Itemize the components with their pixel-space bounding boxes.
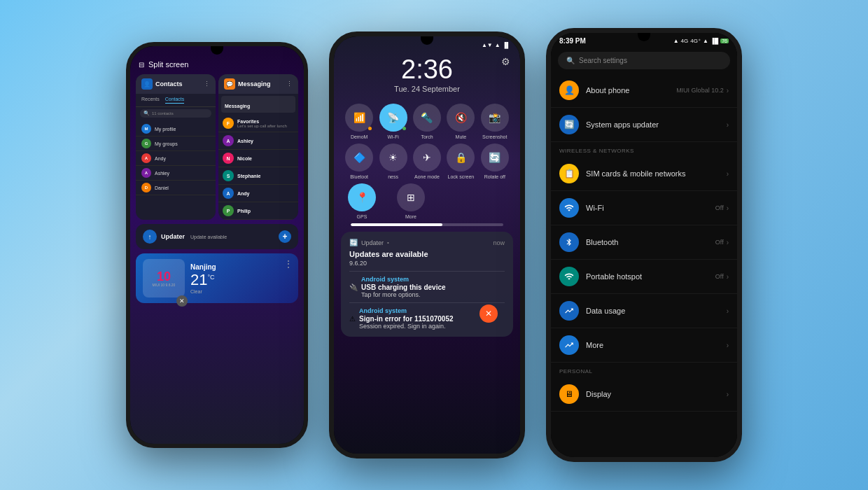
toggle-label: Mute [456, 134, 467, 139]
weather-menu[interactable]: ⋮ [284, 259, 293, 269]
list-item[interactable]: F Favorites Let's set up call after lunc… [218, 115, 298, 132]
search-bar[interactable]: 🔍 Search settings [558, 52, 730, 69]
contacts-title: Contacts [155, 80, 183, 88]
settings-item-bluetooth[interactable]: Bluetooth Off › [551, 225, 737, 260]
toggle-demos[interactable]: 📶 DemoM [345, 104, 373, 139]
toggle-label: Aone mode [414, 174, 440, 179]
lock-icon: 🔒 [455, 152, 467, 163]
section-wireless: WIRELESS & NETWORKS [551, 142, 737, 157]
toggle-label: DemoM [351, 134, 368, 139]
toggle-label: Rotate off [484, 174, 505, 179]
message-sender: Favorites [237, 119, 294, 124]
messaging-menu[interactable]: ⋮ [286, 80, 293, 88]
list-item[interactable]: N Nicole [218, 150, 298, 167]
battery-percent: 76 [720, 38, 729, 43]
updater-bar: ↑ Updater Update available + [136, 224, 298, 249]
toggle-more[interactable]: ⊞ More [397, 183, 425, 219]
bluetooth-value: Off [715, 239, 724, 246]
updater-icon: 🔄 [559, 115, 579, 134]
list-item[interactable]: D Daniel [136, 181, 216, 195]
settings-item-display[interactable]: 🖥 Display › [551, 377, 737, 412]
search-icon: 🔍 [566, 57, 575, 64]
chevron-right-icon: › [727, 87, 729, 94]
contact-name: Daniel [155, 186, 169, 190]
contacts-icon: 👤 [141, 78, 153, 90]
split-screen-icon: ⊟ [139, 61, 144, 69]
toggle-bluetooth[interactable]: 🔷 Bluetoot [345, 144, 373, 179]
message-sender: Andy [237, 191, 294, 196]
contacts-app: 👤 Contacts ⋮ Recents Contacts 🔍 11 conta… [136, 74, 216, 220]
phone-settings: 8:39 PM ▲ 4G 4G⁺ ▲ ▐█ 76 🔍 Search settin… [546, 28, 742, 462]
list-item[interactable]: A Ashley [136, 166, 216, 181]
wifi-icon [559, 198, 579, 218]
display-label: Display [586, 390, 727, 398]
settings-item-more[interactable]: More › [551, 328, 737, 363]
tab-recents[interactable]: Recents [141, 97, 160, 104]
avatar: A [223, 135, 234, 146]
chevron-right-icon: › [727, 342, 729, 349]
battery-icon: ▐█ [710, 38, 718, 44]
updater-add-button[interactable]: + [279, 230, 291, 243]
demos-icon: 📶 [354, 112, 365, 123]
list-item[interactable]: M My profile [136, 122, 216, 136]
toggle-wifi[interactable]: 📡 Wi-Fi [379, 104, 407, 139]
avatar: S [223, 170, 234, 181]
settings-item-hotspot[interactable]: Portable hotspot Off › [551, 260, 737, 294]
contact-name: My groups [155, 141, 178, 146]
toggle-label: Bluetoot [350, 174, 368, 179]
toggle-screenshot[interactable]: 📸 Screenshot [481, 104, 509, 139]
bluetooth-label: Bluetooth [586, 238, 715, 246]
list-item[interactable]: A Andy [218, 185, 298, 202]
chevron-right-icon: › [727, 239, 729, 246]
toggle-gps[interactable]: 📍 GPS [348, 183, 376, 219]
list-item[interactable]: G My groups [136, 136, 216, 151]
list-item[interactable]: S Stephanie [218, 167, 298, 185]
chevron-right-icon: › [727, 170, 729, 178]
messaging-title: Messaging [238, 80, 271, 88]
hotspot-label: Portable hotspot [586, 272, 715, 281]
brightness-slider[interactable] [351, 223, 503, 226]
messaging-icon: 💬 [224, 78, 235, 90]
settings-item-about[interactable]: 👤 About phone MIUI Global 10.2 › [551, 74, 737, 108]
toggle-airplane[interactable]: ✈ Aone mode [413, 144, 441, 179]
tab-contacts[interactable]: Contacts [165, 97, 185, 104]
updater-icon: ↑ [143, 230, 157, 244]
list-item[interactable]: P Philip [218, 202, 298, 220]
contact-name: Ashley [155, 171, 169, 176]
status-icons: ▲ 4G 4G⁺ ▲ ▐█ 76 [673, 38, 729, 44]
avatar: F [223, 118, 234, 129]
settings-item-wifi[interactable]: Wi-Fi Off › [551, 191, 737, 225]
settings-item-data-usage[interactable]: Data usage › [551, 294, 737, 328]
toggle-rotate[interactable]: 🔄 Rotate off [481, 144, 509, 179]
wifi-icon: ▲ [495, 42, 500, 48]
toggle-lockscreen[interactable]: 🔒 Lock screen [447, 144, 475, 179]
contacts-menu[interactable]: ⋮ [204, 80, 210, 88]
chevron-right-icon: › [727, 121, 729, 129]
miui-logo: 10 [157, 270, 171, 283]
toggle-brightness[interactable]: ☀ ness [379, 144, 407, 179]
screenshot-icon: 📸 [489, 112, 500, 123]
toggle-dot [368, 127, 372, 130]
wifi-icon: 📡 [387, 112, 399, 123]
toggle-torch[interactable]: 🔦 Torch [413, 104, 441, 139]
avatar: G [141, 139, 151, 148]
notif-dismiss-button[interactable]: ✕ [479, 304, 498, 323]
settings-item-sim[interactable]: 📋 SIM cards & mobile networks › [551, 157, 737, 191]
list-item[interactable]: A Ashley [218, 132, 298, 150]
wifi-value: Off [715, 204, 724, 211]
weather-close-button[interactable]: ✕ [176, 295, 188, 307]
list-item[interactable]: A Andy [136, 151, 216, 166]
notif-title: Updates are available [349, 250, 505, 258]
settings-item-updater[interactable]: 🔄 System apps updater › [551, 108, 737, 142]
toggle-mute[interactable]: 🔇 Mute [447, 104, 475, 139]
avatar: N [223, 153, 234, 164]
toggle-label: Wi-Fi [387, 134, 398, 139]
about-value: MIUI Global 10.2 [676, 87, 724, 94]
updater-label: System apps updater [586, 120, 727, 129]
message-sender: Stephanie [237, 174, 294, 178]
avatar: M [141, 124, 151, 134]
settings-icon[interactable]: ⚙ [501, 56, 510, 67]
signal-icon: ▲ [673, 38, 679, 44]
lock-date: Tue. 24 September [334, 85, 520, 93]
notification-card-1[interactable]: 🔄 Updater • now Updates are available 9.… [341, 232, 513, 337]
